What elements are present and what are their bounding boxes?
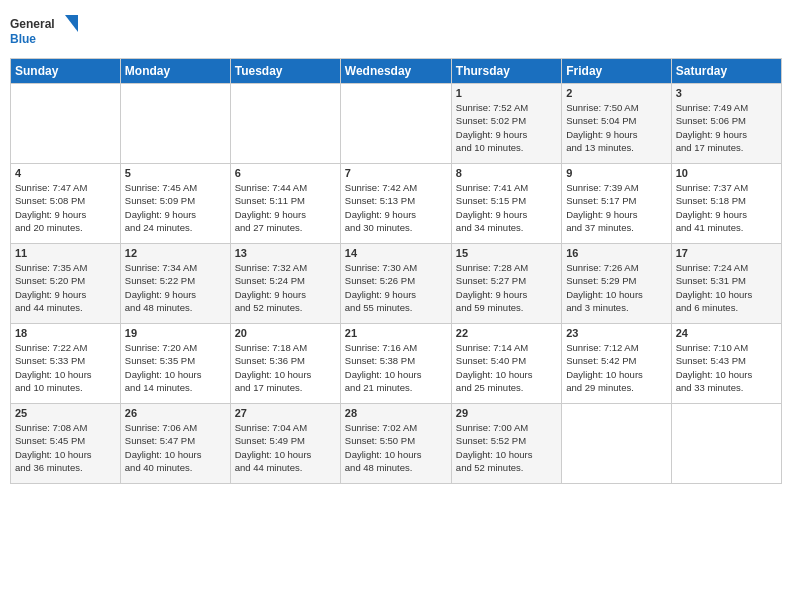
day-info: Sunrise: 7:35 AM Sunset: 5:20 PM Dayligh… — [15, 261, 116, 314]
day-number: 21 — [345, 327, 447, 339]
week-row-2: 4Sunrise: 7:47 AM Sunset: 5:08 PM Daylig… — [11, 164, 782, 244]
day-number: 15 — [456, 247, 557, 259]
day-cell: 9Sunrise: 7:39 AM Sunset: 5:17 PM Daylig… — [562, 164, 671, 244]
day-info: Sunrise: 7:44 AM Sunset: 5:11 PM Dayligh… — [235, 181, 336, 234]
day-cell: 26Sunrise: 7:06 AM Sunset: 5:47 PM Dayli… — [120, 404, 230, 484]
day-cell: 22Sunrise: 7:14 AM Sunset: 5:40 PM Dayli… — [451, 324, 561, 404]
day-info: Sunrise: 7:06 AM Sunset: 5:47 PM Dayligh… — [125, 421, 226, 474]
day-header-sunday: Sunday — [11, 59, 121, 84]
day-cell: 6Sunrise: 7:44 AM Sunset: 5:11 PM Daylig… — [230, 164, 340, 244]
day-header-wednesday: Wednesday — [340, 59, 451, 84]
day-number: 22 — [456, 327, 557, 339]
logo-svg: General Blue — [10, 10, 80, 50]
day-cell: 2Sunrise: 7:50 AM Sunset: 5:04 PM Daylig… — [562, 84, 671, 164]
day-info: Sunrise: 7:34 AM Sunset: 5:22 PM Dayligh… — [125, 261, 226, 314]
day-info: Sunrise: 7:49 AM Sunset: 5:06 PM Dayligh… — [676, 101, 777, 154]
day-info: Sunrise: 7:50 AM Sunset: 5:04 PM Dayligh… — [566, 101, 666, 154]
day-number: 3 — [676, 87, 777, 99]
day-info: Sunrise: 7:52 AM Sunset: 5:02 PM Dayligh… — [456, 101, 557, 154]
day-info: Sunrise: 7:47 AM Sunset: 5:08 PM Dayligh… — [15, 181, 116, 234]
day-info: Sunrise: 7:00 AM Sunset: 5:52 PM Dayligh… — [456, 421, 557, 474]
day-cell: 10Sunrise: 7:37 AM Sunset: 5:18 PM Dayli… — [671, 164, 781, 244]
day-info: Sunrise: 7:26 AM Sunset: 5:29 PM Dayligh… — [566, 261, 666, 314]
day-number: 2 — [566, 87, 666, 99]
calendar-header-row: SundayMondayTuesdayWednesdayThursdayFrid… — [11, 59, 782, 84]
day-cell: 11Sunrise: 7:35 AM Sunset: 5:20 PM Dayli… — [11, 244, 121, 324]
day-info: Sunrise: 7:39 AM Sunset: 5:17 PM Dayligh… — [566, 181, 666, 234]
day-info: Sunrise: 7:04 AM Sunset: 5:49 PM Dayligh… — [235, 421, 336, 474]
day-info: Sunrise: 7:22 AM Sunset: 5:33 PM Dayligh… — [15, 341, 116, 394]
day-info: Sunrise: 7:02 AM Sunset: 5:50 PM Dayligh… — [345, 421, 447, 474]
day-number: 19 — [125, 327, 226, 339]
logo: General Blue — [10, 10, 80, 50]
week-row-4: 18Sunrise: 7:22 AM Sunset: 5:33 PM Dayli… — [11, 324, 782, 404]
day-number: 16 — [566, 247, 666, 259]
day-info: Sunrise: 7:16 AM Sunset: 5:38 PM Dayligh… — [345, 341, 447, 394]
svg-text:Blue: Blue — [10, 32, 36, 46]
day-cell — [11, 84, 121, 164]
svg-text:General: General — [10, 17, 55, 31]
day-number: 12 — [125, 247, 226, 259]
day-cell: 24Sunrise: 7:10 AM Sunset: 5:43 PM Dayli… — [671, 324, 781, 404]
day-number: 17 — [676, 247, 777, 259]
day-number: 7 — [345, 167, 447, 179]
day-cell: 23Sunrise: 7:12 AM Sunset: 5:42 PM Dayli… — [562, 324, 671, 404]
day-cell — [340, 84, 451, 164]
day-number: 1 — [456, 87, 557, 99]
day-info: Sunrise: 7:20 AM Sunset: 5:35 PM Dayligh… — [125, 341, 226, 394]
day-info: Sunrise: 7:37 AM Sunset: 5:18 PM Dayligh… — [676, 181, 777, 234]
day-cell: 28Sunrise: 7:02 AM Sunset: 5:50 PM Dayli… — [340, 404, 451, 484]
svg-marker-2 — [65, 15, 78, 32]
day-header-thursday: Thursday — [451, 59, 561, 84]
day-number: 10 — [676, 167, 777, 179]
day-header-friday: Friday — [562, 59, 671, 84]
day-cell: 20Sunrise: 7:18 AM Sunset: 5:36 PM Dayli… — [230, 324, 340, 404]
week-row-1: 1Sunrise: 7:52 AM Sunset: 5:02 PM Daylig… — [11, 84, 782, 164]
day-header-tuesday: Tuesday — [230, 59, 340, 84]
day-cell — [120, 84, 230, 164]
day-number: 5 — [125, 167, 226, 179]
day-cell: 12Sunrise: 7:34 AM Sunset: 5:22 PM Dayli… — [120, 244, 230, 324]
day-cell: 21Sunrise: 7:16 AM Sunset: 5:38 PM Dayli… — [340, 324, 451, 404]
day-cell: 3Sunrise: 7:49 AM Sunset: 5:06 PM Daylig… — [671, 84, 781, 164]
day-number: 9 — [566, 167, 666, 179]
day-cell — [562, 404, 671, 484]
day-number: 11 — [15, 247, 116, 259]
day-number: 8 — [456, 167, 557, 179]
day-info: Sunrise: 7:12 AM Sunset: 5:42 PM Dayligh… — [566, 341, 666, 394]
day-number: 28 — [345, 407, 447, 419]
day-cell: 8Sunrise: 7:41 AM Sunset: 5:15 PM Daylig… — [451, 164, 561, 244]
day-info: Sunrise: 7:14 AM Sunset: 5:40 PM Dayligh… — [456, 341, 557, 394]
day-number: 27 — [235, 407, 336, 419]
day-header-monday: Monday — [120, 59, 230, 84]
day-cell: 29Sunrise: 7:00 AM Sunset: 5:52 PM Dayli… — [451, 404, 561, 484]
week-row-5: 25Sunrise: 7:08 AM Sunset: 5:45 PM Dayli… — [11, 404, 782, 484]
day-cell: 19Sunrise: 7:20 AM Sunset: 5:35 PM Dayli… — [120, 324, 230, 404]
day-info: Sunrise: 7:28 AM Sunset: 5:27 PM Dayligh… — [456, 261, 557, 314]
day-cell: 5Sunrise: 7:45 AM Sunset: 5:09 PM Daylig… — [120, 164, 230, 244]
day-cell: 15Sunrise: 7:28 AM Sunset: 5:27 PM Dayli… — [451, 244, 561, 324]
week-row-3: 11Sunrise: 7:35 AM Sunset: 5:20 PM Dayli… — [11, 244, 782, 324]
day-cell: 1Sunrise: 7:52 AM Sunset: 5:02 PM Daylig… — [451, 84, 561, 164]
day-info: Sunrise: 7:41 AM Sunset: 5:15 PM Dayligh… — [456, 181, 557, 234]
day-info: Sunrise: 7:08 AM Sunset: 5:45 PM Dayligh… — [15, 421, 116, 474]
day-info: Sunrise: 7:30 AM Sunset: 5:26 PM Dayligh… — [345, 261, 447, 314]
day-cell: 14Sunrise: 7:30 AM Sunset: 5:26 PM Dayli… — [340, 244, 451, 324]
day-cell: 16Sunrise: 7:26 AM Sunset: 5:29 PM Dayli… — [562, 244, 671, 324]
day-number: 14 — [345, 247, 447, 259]
day-cell: 25Sunrise: 7:08 AM Sunset: 5:45 PM Dayli… — [11, 404, 121, 484]
day-cell: 27Sunrise: 7:04 AM Sunset: 5:49 PM Dayli… — [230, 404, 340, 484]
day-cell — [671, 404, 781, 484]
day-number: 23 — [566, 327, 666, 339]
calendar-body: 1Sunrise: 7:52 AM Sunset: 5:02 PM Daylig… — [11, 84, 782, 484]
day-cell — [230, 84, 340, 164]
day-cell: 7Sunrise: 7:42 AM Sunset: 5:13 PM Daylig… — [340, 164, 451, 244]
day-number: 4 — [15, 167, 116, 179]
day-cell: 13Sunrise: 7:32 AM Sunset: 5:24 PM Dayli… — [230, 244, 340, 324]
day-number: 18 — [15, 327, 116, 339]
page-header: General Blue — [10, 10, 782, 50]
day-cell: 18Sunrise: 7:22 AM Sunset: 5:33 PM Dayli… — [11, 324, 121, 404]
day-number: 25 — [15, 407, 116, 419]
day-number: 20 — [235, 327, 336, 339]
day-cell: 4Sunrise: 7:47 AM Sunset: 5:08 PM Daylig… — [11, 164, 121, 244]
